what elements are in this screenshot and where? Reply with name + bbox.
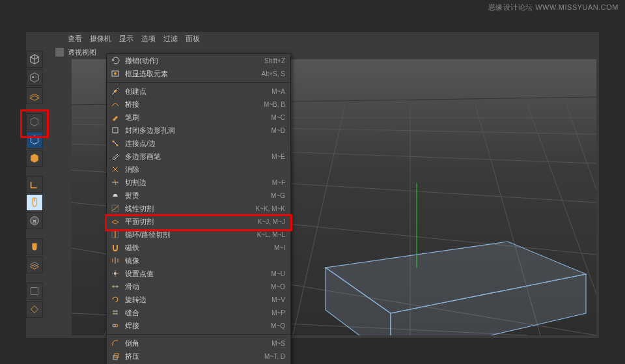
context-menu-item[interactable]: 磁铁M~I: [107, 241, 290, 254]
context-menu-item[interactable]: 连接点/边: [107, 137, 290, 150]
context-menu-label: 封闭多边形孔洞: [125, 126, 271, 135]
point-icon: [109, 86, 121, 96]
context-menu-label: 焊接: [125, 321, 271, 331]
context-menu-item[interactable]: 缝合M~P: [107, 306, 290, 319]
tool-misc2[interactable]: [26, 301, 43, 318]
toolbar-separator: [26, 275, 43, 281]
context-menu-shortcut: M~A: [271, 88, 285, 95]
toolbar-separator: [26, 168, 43, 175]
context-menu-separator: [107, 334, 290, 335]
context-menu-shortcut: M~G: [271, 192, 285, 199]
context-menu-item[interactable]: 平面切割K~J, M~J: [107, 215, 290, 228]
tool-polygon[interactable]: [26, 150, 43, 167]
context-menu-label: 镜像: [125, 256, 285, 266]
context-menu-item[interactable]: 滑动M~O: [107, 280, 290, 293]
context-menu-item[interactable]: 线性切割K~K, M~K: [107, 202, 290, 215]
context-menu-label: 连接点/边: [125, 139, 285, 148]
context-menu-item[interactable]: 笔刷M~C: [107, 111, 290, 124]
tool-mouse[interactable]: [26, 194, 43, 211]
context-menu-shortcut: K~J, M~J: [258, 218, 285, 225]
tool-magnet[interactable]: [26, 238, 43, 255]
context-menu-item[interactable]: 熨烫M~G: [107, 189, 290, 202]
context-menu-label: 设置点值: [125, 269, 271, 279]
svg-point-33: [115, 324, 118, 327]
context-menu-label: 平面切割: [125, 217, 258, 227]
setpoint-icon: [109, 268, 121, 279]
svg-point-24: [114, 72, 117, 75]
context-menu-label: 缝合: [125, 308, 271, 318]
tool-checker[interactable]: [26, 69, 43, 86]
viewport-title: 透视视图: [68, 48, 96, 57]
frame-icon: [109, 68, 121, 79]
context-menu-shortcut: M~F: [272, 179, 285, 186]
context-menu-item[interactable]: 消除: [107, 163, 290, 176]
context-menu-item[interactable]: 旋转边M~V: [107, 293, 290, 306]
tool-axis[interactable]: [26, 176, 43, 193]
tool-workplane[interactable]: [26, 257, 43, 273]
slide-icon: [109, 281, 121, 292]
menu-display[interactable]: 显示: [119, 34, 133, 44]
context-menu-item[interactable]: 镜像: [107, 254, 290, 267]
iron-icon: [109, 190, 121, 201]
mirror-icon: [109, 255, 121, 266]
menu-filter[interactable]: 过滤: [163, 34, 178, 44]
context-menu-shortcut: M~S: [271, 340, 285, 347]
watermark-text: 思缘设计论坛 WWW.MISSYUAN.COM: [488, 3, 618, 12]
rotate-icon: [109, 294, 121, 305]
viewport-menubar: 查看 摄像机 显示 选项 过滤 面板: [64, 32, 204, 45]
context-menu-label: 框显选取元素: [125, 69, 262, 79]
context-menu-shortcut: M~V: [271, 296, 285, 303]
context-menu-label: 切割边: [125, 178, 272, 188]
context-menu-separator: [107, 82, 290, 83]
context-menu-item[interactable]: 焊接M~Q: [107, 319, 290, 332]
tool-model[interactable]: [26, 113, 43, 130]
plane-cut-icon: [109, 216, 121, 227]
context-menu-shortcut: Shift+Z: [264, 57, 285, 64]
context-menu-item[interactable]: 多边形画笔M~E: [107, 150, 290, 163]
context-menu-label: 熨烫: [125, 191, 271, 201]
tool-edge[interactable]: [26, 132, 43, 148]
toolbar-separator: [26, 105, 43, 112]
context-menu-item[interactable]: 设置点值M~U: [107, 267, 290, 280]
context-menu-item[interactable]: 撤销(动作)Shift+Z: [107, 54, 290, 67]
menu-view[interactable]: 查看: [68, 34, 82, 44]
line-cut-icon: [109, 203, 121, 214]
context-menu-label: 挤压: [125, 352, 264, 361]
menu-options[interactable]: 选项: [141, 34, 156, 44]
context-menu-item[interactable]: 挤压M~T, D: [107, 350, 290, 363]
bevel-icon: [109, 338, 121, 348]
context-menu-item[interactable]: 倒角M~S: [107, 337, 290, 350]
context-menu-item[interactable]: 封闭多边形孔洞M~D: [107, 124, 290, 137]
tool-snap[interactable]: S: [26, 212, 43, 229]
tool-cube[interactable]: [26, 51, 43, 68]
svg-rect-19: [35, 76, 37, 78]
svg-rect-26: [113, 128, 118, 133]
context-menu-label: 滑动: [125, 282, 271, 292]
svg-point-31: [114, 272, 117, 275]
context-menu-shortcut: M~O: [271, 283, 285, 290]
svg-rect-18: [32, 76, 34, 78]
connect-icon: [109, 138, 121, 148]
bridge-icon: [109, 99, 121, 109]
tool-floor[interactable]: [26, 87, 43, 104]
brush-icon: [109, 112, 121, 122]
context-menu-item[interactable]: 框显选取元素Alt+S, S: [107, 67, 290, 80]
context-menu-label: 桥接: [125, 100, 264, 109]
tool-misc1[interactable]: [26, 283, 43, 300]
menu-panel[interactable]: 面板: [186, 34, 200, 44]
menu-camera[interactable]: 摄像机: [90, 34, 111, 44]
context-menu-shortcut: K~L, M~L: [257, 231, 285, 238]
left-toolbar: S: [26, 51, 43, 318]
polypen-icon: [109, 151, 121, 161]
context-menu-shortcut: M~Q: [271, 322, 285, 329]
dissolve-icon: [109, 164, 121, 175]
context-menu-shortcut: M~B, B: [264, 101, 285, 108]
context-menu-item[interactable]: 切割边M~F: [107, 176, 290, 189]
svg-text:S: S: [33, 219, 36, 225]
svg-rect-22: [31, 288, 38, 295]
cube-object[interactable]: [312, 183, 596, 335]
context-menu-item[interactable]: 创建点M~A: [107, 85, 290, 98]
context-menu-item[interactable]: 循环/路径切割K~L, M~L: [107, 228, 290, 241]
context-menu-item[interactable]: 桥接M~B, B: [107, 98, 290, 111]
weld-icon: [109, 320, 121, 331]
